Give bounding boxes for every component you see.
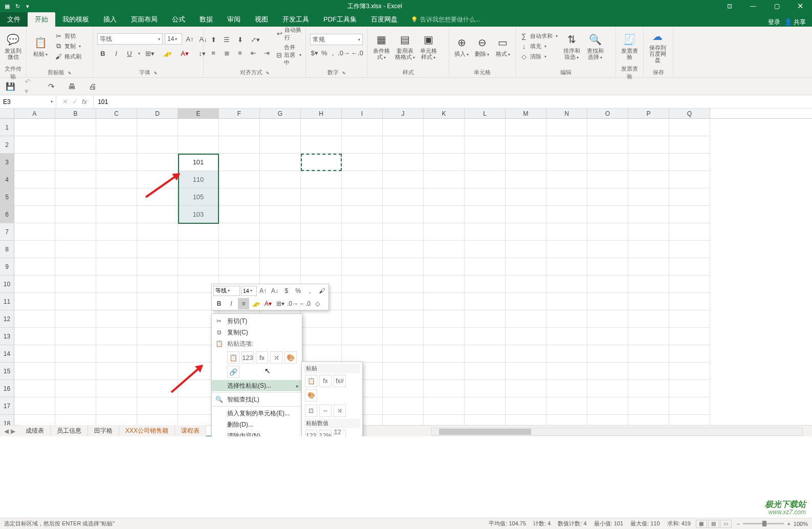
zoom-slider[interactable]	[743, 523, 784, 524]
cell-O4[interactable]	[587, 171, 628, 188]
cell-M3[interactable]	[506, 154, 546, 171]
cell-P11[interactable]	[628, 293, 669, 310]
cell-F9[interactable]	[219, 258, 260, 276]
format-painter-button[interactable]: 🖌格式刷	[53, 52, 82, 61]
row-header-6[interactable]: 6	[0, 206, 14, 223]
cell-N8[interactable]	[546, 241, 587, 258]
cell-D16[interactable]	[137, 380, 178, 397]
font-name-select[interactable]: 等线▾	[97, 33, 163, 45]
cell-N3[interactable]	[546, 154, 587, 171]
cell-K5[interactable]	[424, 188, 465, 206]
cell-K17[interactable]	[424, 397, 465, 415]
row-header-1[interactable]: 1	[0, 119, 14, 136]
inc-decimal-button[interactable]: .0→	[338, 47, 349, 58]
cell-K7[interactable]	[424, 223, 465, 241]
cell-M5[interactable]	[506, 188, 546, 206]
align-middle-button[interactable]: ☰	[221, 34, 232, 45]
cell-B12[interactable]	[55, 310, 96, 328]
name-box[interactable]: E3▾	[0, 95, 56, 108]
cell-C2[interactable]	[96, 136, 137, 154]
formula-bar[interactable]: 101	[94, 98, 812, 105]
indent-inc-button[interactable]: ⇥	[261, 47, 272, 58]
conditional-format-button[interactable]: ▦条件格式▾	[370, 28, 392, 64]
cell-E2[interactable]	[178, 136, 219, 154]
cell-C10[interactable]	[96, 276, 137, 293]
tab-home[interactable]: 开始	[28, 12, 55, 27]
cell-C16[interactable]	[96, 380, 137, 397]
cell-O17[interactable]	[587, 397, 628, 415]
cell-A1[interactable]	[14, 119, 55, 136]
cell-C7[interactable]	[96, 223, 137, 241]
cell-M10[interactable]	[506, 276, 546, 293]
ctx-clear-contents[interactable]: 清除内容(N)	[212, 430, 302, 436]
cell-E7[interactable]	[178, 223, 219, 241]
cell-D13[interactable]	[137, 328, 178, 345]
autosum-button[interactable]: ∑自动求和▾	[519, 31, 559, 40]
cell-C13[interactable]	[96, 328, 137, 345]
cell-D6[interactable]	[137, 206, 178, 223]
cell-M1[interactable]	[506, 119, 546, 136]
cell-B15[interactable]	[55, 363, 96, 380]
tab-view[interactable]: 视图	[248, 12, 275, 27]
cell-M15[interactable]	[506, 363, 546, 380]
cell-A6[interactable]	[14, 206, 55, 223]
cell-G5[interactable]	[260, 188, 301, 206]
font-color-button[interactable]: A▾	[177, 48, 192, 59]
cell-C6[interactable]	[96, 206, 137, 223]
paste-opt-transpose[interactable]: ⤭	[270, 351, 282, 364]
cell-L10[interactable]	[465, 276, 506, 293]
cell-O2[interactable]	[587, 136, 628, 154]
cell-J15[interactable]	[383, 363, 424, 380]
col-header-G[interactable]: G	[260, 109, 301, 118]
sheet-tab-1[interactable]: 员工信息	[51, 425, 88, 436]
cell-Q16[interactable]	[669, 380, 710, 397]
align-top-button[interactable]: ⬆	[208, 34, 219, 45]
cell-L9[interactable]	[465, 258, 506, 276]
cell-L8[interactable]	[465, 241, 506, 258]
cell-D2[interactable]	[137, 136, 178, 154]
cell-J7[interactable]	[383, 223, 424, 241]
cell-K4[interactable]	[424, 171, 465, 188]
row-header-7[interactable]: 7	[0, 223, 14, 241]
cell-J11[interactable]	[383, 293, 424, 310]
cell-P3[interactable]	[628, 154, 669, 171]
mini-inc-decimal[interactable]: .0→	[287, 298, 298, 309]
cell-M4[interactable]	[506, 171, 546, 188]
cell-Q17[interactable]	[669, 397, 710, 415]
cell-A8[interactable]	[14, 241, 55, 258]
cell-J17[interactable]	[383, 397, 424, 415]
zoom-in-button[interactable]: +	[787, 521, 790, 527]
cell-B10[interactable]	[55, 276, 96, 293]
cell-D10[interactable]	[137, 276, 178, 293]
col-header-L[interactable]: L	[465, 109, 506, 118]
cell-I7[interactable]	[342, 223, 383, 241]
cell-K6[interactable]	[424, 206, 465, 223]
cell-C3[interactable]	[96, 154, 137, 171]
cell-G7[interactable]	[260, 223, 301, 241]
cell-L7[interactable]	[465, 223, 506, 241]
bold-button[interactable]: B	[97, 48, 108, 59]
undo-button[interactable]: ↶ ▾	[25, 80, 37, 93]
col-header-P[interactable]: P	[628, 109, 669, 118]
tab-review[interactable]: 审阅	[220, 12, 248, 27]
cell-B6[interactable]	[55, 206, 96, 223]
cell-E1[interactable]	[178, 119, 219, 136]
cell-D3[interactable]	[137, 154, 178, 171]
sheet-nav-prev[interactable]: ◀	[4, 428, 9, 435]
cell-Q5[interactable]	[669, 188, 710, 206]
view-pagebreak-button[interactable]: ▭	[720, 520, 732, 528]
cell-C8[interactable]	[96, 241, 137, 258]
ctx-copy[interactable]: ⧉复制(C)	[212, 327, 302, 338]
cell-N5[interactable]	[546, 188, 587, 206]
cell-P9[interactable]	[628, 258, 669, 276]
cell-L15[interactable]	[465, 363, 506, 380]
cell-L13[interactable]	[465, 328, 506, 345]
tab-developer[interactable]: 开发工具	[275, 12, 316, 27]
paste-opt-values[interactable]: 123	[242, 351, 254, 364]
print-preview-button[interactable]: 🖶	[65, 80, 78, 93]
cell-L12[interactable]	[465, 310, 506, 328]
col-header-E[interactable]: E	[178, 109, 219, 118]
mini-clear-format[interactable]: ◇	[312, 298, 323, 309]
cell-I2[interactable]	[342, 136, 383, 154]
alignment-launcher[interactable]: ⬊	[266, 70, 270, 75]
